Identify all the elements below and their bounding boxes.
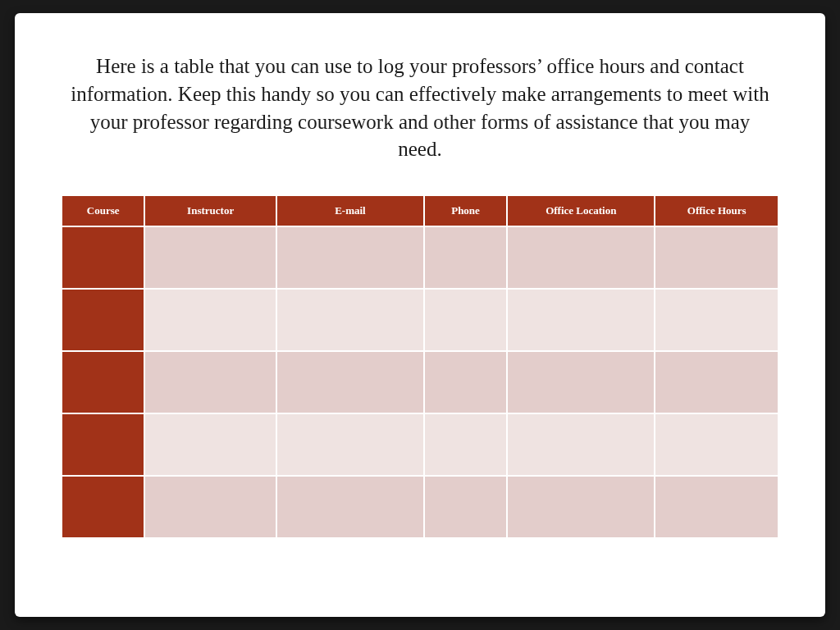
cell-location <box>508 352 654 413</box>
cell-course <box>62 477 144 537</box>
cell-email <box>277 477 423 537</box>
cell-instructor <box>145 414 276 475</box>
cell-phone <box>425 477 506 537</box>
table-row <box>62 227 778 288</box>
cell-location <box>508 227 654 288</box>
table-row <box>62 290 778 350</box>
header-course: Course <box>62 196 144 226</box>
cell-instructor <box>145 290 276 350</box>
cell-hours <box>655 352 778 413</box>
cell-phone <box>425 227 506 288</box>
header-phone: Phone <box>425 196 506 226</box>
cell-course <box>62 227 144 288</box>
cell-email <box>277 414 423 475</box>
cell-location <box>508 290 654 350</box>
cell-instructor <box>145 352 276 413</box>
header-location: Office Location <box>508 196 654 226</box>
cell-hours <box>655 227 778 288</box>
cell-email <box>277 227 423 288</box>
table-row <box>62 477 778 537</box>
table-header-row: Course Instructor E-mail Phone Office Lo… <box>62 196 778 226</box>
slide: Here is a table that you can use to log … <box>15 13 825 617</box>
cell-instructor <box>145 227 276 288</box>
office-hours-table: Course Instructor E-mail Phone Office Lo… <box>61 194 779 539</box>
cell-course <box>62 352 144 413</box>
cell-email <box>277 352 423 413</box>
header-email: E-mail <box>277 196 423 226</box>
cell-phone <box>425 290 506 350</box>
cell-course <box>62 414 144 475</box>
table-container: Course Instructor E-mail Phone Office Lo… <box>61 194 779 539</box>
cell-phone <box>425 414 506 475</box>
cell-hours <box>655 477 778 537</box>
cell-hours <box>655 290 778 350</box>
header-hours: Office Hours <box>655 196 778 226</box>
cell-course <box>62 290 144 350</box>
slide-description: Here is a table that you can use to log … <box>61 52 779 163</box>
cell-location <box>508 414 654 475</box>
cell-phone <box>425 352 506 413</box>
cell-instructor <box>145 477 276 537</box>
cell-location <box>508 477 654 537</box>
header-instructor: Instructor <box>145 196 276 226</box>
cell-hours <box>655 414 778 475</box>
table-row <box>62 352 778 413</box>
table-row <box>62 414 778 475</box>
cell-email <box>277 290 423 350</box>
